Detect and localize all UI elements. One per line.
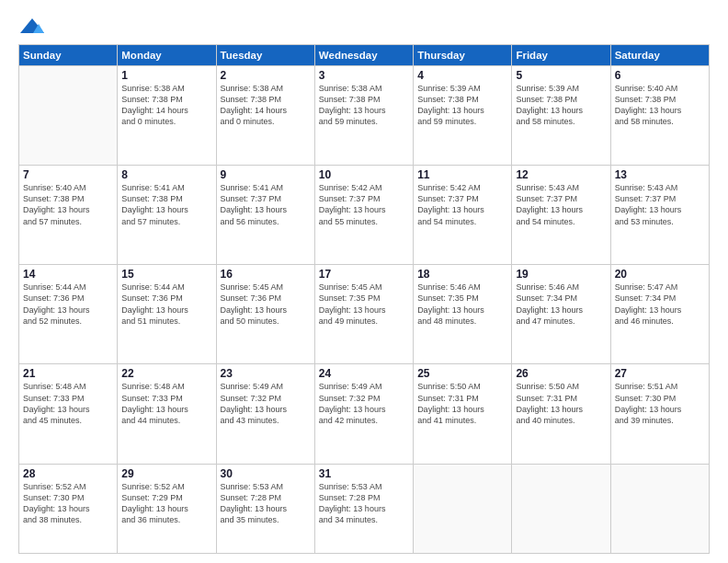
- day-number: 12: [516, 168, 606, 181]
- day-number: 28: [23, 467, 113, 480]
- calendar-cell: 28Sunrise: 5:52 AM Sunset: 7:30 PM Dayli…: [19, 464, 118, 553]
- calendar-cell: 26Sunrise: 5:50 AM Sunset: 7:31 PM Dayli…: [512, 364, 610, 464]
- calendar-body: 1Sunrise: 5:38 AM Sunset: 7:38 PM Daylig…: [19, 66, 710, 554]
- calendar-week-row: 7Sunrise: 5:40 AM Sunset: 7:38 PM Daylig…: [19, 166, 710, 265]
- cell-info: Sunrise: 5:48 AM Sunset: 7:33 PM Dayligh…: [121, 381, 211, 426]
- calendar-cell: [610, 464, 709, 553]
- cell-info: Sunrise: 5:53 AM Sunset: 7:28 PM Dayligh…: [319, 481, 409, 526]
- day-number: 31: [319, 467, 409, 480]
- calendar-cell: 13Sunrise: 5:43 AM Sunset: 7:37 PM Dayli…: [610, 166, 709, 265]
- calendar-cell: 31Sunrise: 5:53 AM Sunset: 7:28 PM Dayli…: [314, 464, 413, 553]
- calendar-cell: 22Sunrise: 5:48 AM Sunset: 7:33 PM Dayli…: [118, 364, 216, 464]
- cell-info: Sunrise: 5:44 AM Sunset: 7:36 PM Dayligh…: [121, 282, 211, 327]
- calendar-cell: 21Sunrise: 5:48 AM Sunset: 7:33 PM Dayli…: [19, 364, 118, 464]
- day-number: 27: [615, 367, 705, 380]
- calendar-table: SundayMondayTuesdayWednesdayThursdayFrid…: [18, 44, 710, 554]
- weekday-header-wednesday: Wednesday: [314, 45, 413, 66]
- calendar-cell: 9Sunrise: 5:41 AM Sunset: 7:37 PM Daylig…: [216, 166, 314, 265]
- cell-info: Sunrise: 5:40 AM Sunset: 7:38 PM Dayligh…: [615, 83, 705, 128]
- day-number: 17: [319, 268, 409, 281]
- calendar-cell: 4Sunrise: 5:39 AM Sunset: 7:38 PM Daylig…: [414, 66, 512, 166]
- calendar-week-row: 1Sunrise: 5:38 AM Sunset: 7:38 PM Daylig…: [19, 66, 710, 166]
- day-number: 9: [221, 168, 311, 181]
- cell-info: Sunrise: 5:38 AM Sunset: 7:38 PM Dayligh…: [221, 83, 311, 128]
- cell-info: Sunrise: 5:51 AM Sunset: 7:30 PM Dayligh…: [615, 381, 705, 426]
- day-number: 15: [121, 268, 211, 281]
- calendar-cell: 2Sunrise: 5:38 AM Sunset: 7:38 PM Daylig…: [216, 66, 314, 166]
- weekday-header-monday: Monday: [118, 45, 216, 66]
- calendar-week-row: 14Sunrise: 5:44 AM Sunset: 7:36 PM Dayli…: [19, 265, 710, 364]
- day-number: 30: [221, 467, 311, 480]
- calendar-cell: 24Sunrise: 5:49 AM Sunset: 7:32 PM Dayli…: [314, 364, 413, 464]
- calendar-cell: 16Sunrise: 5:45 AM Sunset: 7:36 PM Dayli…: [216, 265, 314, 364]
- day-number: 20: [615, 268, 705, 281]
- calendar-cell: [19, 66, 118, 166]
- calendar-cell: 30Sunrise: 5:53 AM Sunset: 7:28 PM Dayli…: [216, 464, 314, 553]
- day-number: 29: [121, 467, 211, 480]
- day-number: 19: [516, 268, 606, 281]
- logo: [18, 17, 50, 37]
- cell-info: Sunrise: 5:47 AM Sunset: 7:34 PM Dayligh…: [615, 282, 705, 327]
- cell-info: Sunrise: 5:39 AM Sunset: 7:38 PM Dayligh…: [516, 83, 606, 128]
- weekday-header-sunday: Sunday: [19, 45, 118, 66]
- cell-info: Sunrise: 5:52 AM Sunset: 7:29 PM Dayligh…: [121, 481, 211, 526]
- calendar-cell: 27Sunrise: 5:51 AM Sunset: 7:30 PM Dayli…: [610, 364, 709, 464]
- calendar-cell: 1Sunrise: 5:38 AM Sunset: 7:38 PM Daylig…: [118, 66, 216, 166]
- cell-info: Sunrise: 5:48 AM Sunset: 7:33 PM Dayligh…: [23, 381, 113, 426]
- calendar-cell: 10Sunrise: 5:42 AM Sunset: 7:37 PM Dayli…: [314, 166, 413, 265]
- day-number: 7: [23, 168, 113, 181]
- cell-info: Sunrise: 5:52 AM Sunset: 7:30 PM Dayligh…: [23, 481, 113, 526]
- cell-info: Sunrise: 5:50 AM Sunset: 7:31 PM Dayligh…: [417, 381, 507, 426]
- cell-info: Sunrise: 5:42 AM Sunset: 7:37 PM Dayligh…: [417, 182, 507, 227]
- cell-info: Sunrise: 5:41 AM Sunset: 7:37 PM Dayligh…: [221, 182, 311, 227]
- calendar-cell: 18Sunrise: 5:46 AM Sunset: 7:35 PM Dayli…: [414, 265, 512, 364]
- day-number: 13: [615, 168, 705, 181]
- calendar-cell: 29Sunrise: 5:52 AM Sunset: 7:29 PM Dayli…: [118, 464, 216, 553]
- calendar-cell: 7Sunrise: 5:40 AM Sunset: 7:38 PM Daylig…: [19, 166, 118, 265]
- day-number: 16: [221, 268, 311, 281]
- cell-info: Sunrise: 5:53 AM Sunset: 7:28 PM Dayligh…: [221, 481, 311, 526]
- day-number: 14: [23, 268, 113, 281]
- day-number: 18: [417, 268, 507, 281]
- cell-info: Sunrise: 5:38 AM Sunset: 7:38 PM Dayligh…: [121, 83, 211, 128]
- cell-info: Sunrise: 5:46 AM Sunset: 7:35 PM Dayligh…: [417, 282, 507, 327]
- cell-info: Sunrise: 5:43 AM Sunset: 7:37 PM Dayligh…: [516, 182, 606, 227]
- calendar-week-row: 28Sunrise: 5:52 AM Sunset: 7:30 PM Dayli…: [19, 464, 710, 553]
- calendar-cell: 5Sunrise: 5:39 AM Sunset: 7:38 PM Daylig…: [512, 66, 610, 166]
- day-number: 21: [23, 367, 113, 380]
- weekday-header-thursday: Thursday: [414, 45, 512, 66]
- day-number: 8: [121, 168, 211, 181]
- day-number: 10: [319, 168, 409, 181]
- calendar-week-row: 21Sunrise: 5:48 AM Sunset: 7:33 PM Dayli…: [19, 364, 710, 464]
- calendar-cell: 23Sunrise: 5:49 AM Sunset: 7:32 PM Dayli…: [216, 364, 314, 464]
- calendar-cell: 17Sunrise: 5:45 AM Sunset: 7:35 PM Dayli…: [314, 265, 413, 364]
- header: [18, 17, 710, 37]
- page: SundayMondayTuesdayWednesdayThursdayFrid…: [0, 0, 728, 563]
- calendar-cell: [512, 464, 610, 553]
- cell-info: Sunrise: 5:43 AM Sunset: 7:37 PM Dayligh…: [615, 182, 705, 227]
- weekday-header-tuesday: Tuesday: [216, 45, 314, 66]
- day-number: 1: [121, 69, 211, 82]
- cell-info: Sunrise: 5:38 AM Sunset: 7:38 PM Dayligh…: [319, 83, 409, 128]
- cell-info: Sunrise: 5:41 AM Sunset: 7:38 PM Dayligh…: [121, 182, 211, 227]
- cell-info: Sunrise: 5:49 AM Sunset: 7:32 PM Dayligh…: [221, 381, 311, 426]
- cell-info: Sunrise: 5:46 AM Sunset: 7:34 PM Dayligh…: [516, 282, 606, 327]
- calendar-cell: 15Sunrise: 5:44 AM Sunset: 7:36 PM Dayli…: [118, 265, 216, 364]
- cell-info: Sunrise: 5:50 AM Sunset: 7:31 PM Dayligh…: [516, 381, 606, 426]
- calendar-cell: 12Sunrise: 5:43 AM Sunset: 7:37 PM Dayli…: [512, 166, 610, 265]
- calendar-cell: 19Sunrise: 5:46 AM Sunset: 7:34 PM Dayli…: [512, 265, 610, 364]
- calendar-cell: 25Sunrise: 5:50 AM Sunset: 7:31 PM Dayli…: [414, 364, 512, 464]
- day-number: 26: [516, 367, 606, 380]
- cell-info: Sunrise: 5:39 AM Sunset: 7:38 PM Dayligh…: [417, 83, 507, 128]
- day-number: 22: [121, 367, 211, 380]
- cell-info: Sunrise: 5:44 AM Sunset: 7:36 PM Dayligh…: [23, 282, 113, 327]
- logo-icon: [18, 17, 46, 37]
- day-number: 11: [417, 168, 507, 181]
- day-number: 25: [417, 367, 507, 380]
- day-number: 23: [221, 367, 311, 380]
- weekday-header-friday: Friday: [512, 45, 610, 66]
- calendar-cell: 14Sunrise: 5:44 AM Sunset: 7:36 PM Dayli…: [19, 265, 118, 364]
- cell-info: Sunrise: 5:45 AM Sunset: 7:36 PM Dayligh…: [221, 282, 311, 327]
- calendar-cell: 11Sunrise: 5:42 AM Sunset: 7:37 PM Dayli…: [414, 166, 512, 265]
- weekday-header-row: SundayMondayTuesdayWednesdayThursdayFrid…: [19, 45, 710, 66]
